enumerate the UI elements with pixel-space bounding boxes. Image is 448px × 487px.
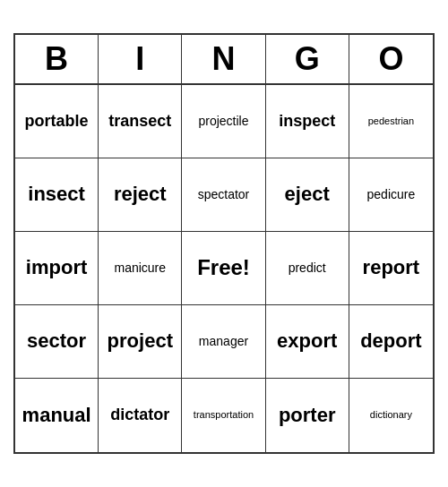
cell-text: project xyxy=(108,329,173,353)
cell-text: transect xyxy=(108,112,171,132)
cell-r0-c2[interactable]: projectile xyxy=(182,85,265,158)
cell-text: dictionary xyxy=(370,409,412,421)
cell-text: manicure xyxy=(114,261,166,276)
cell-text: insect xyxy=(28,183,85,206)
cell-text: sector xyxy=(27,329,86,353)
cell-text: manager xyxy=(199,334,248,349)
cell-text: spectator xyxy=(198,187,250,202)
cell-r2-c0[interactable]: import xyxy=(15,232,99,305)
cell-text: portable xyxy=(25,112,89,132)
cell-text: porter xyxy=(279,404,336,427)
cell-text: deport xyxy=(360,329,421,353)
cell-r4-c3[interactable]: porter xyxy=(266,379,349,452)
cell-r3-c1[interactable]: project xyxy=(99,305,182,379)
header-letter: B xyxy=(15,35,99,83)
cell-r0-c0[interactable]: portable xyxy=(15,85,99,158)
cell-r3-c4[interactable]: deport xyxy=(349,305,433,379)
cell-r4-c4[interactable]: dictionary xyxy=(349,379,433,452)
cell-r1-c1[interactable]: reject xyxy=(99,158,182,232)
bingo-grid: portabletransectprojectileinspectpedestr… xyxy=(15,85,433,452)
cell-text: report xyxy=(363,256,420,279)
cell-text: manual xyxy=(22,404,91,427)
cell-r4-c1[interactable]: dictator xyxy=(99,379,182,452)
cell-text: pedicure xyxy=(367,187,416,202)
cell-r3-c2[interactable]: manager xyxy=(182,305,265,379)
header-letter: O xyxy=(349,35,433,83)
cell-r0-c1[interactable]: transect xyxy=(99,85,182,158)
cell-text: eject xyxy=(285,183,330,206)
cell-text: pedestrian xyxy=(368,115,414,127)
cell-text: Free! xyxy=(197,255,250,281)
cell-text: projectile xyxy=(198,114,248,129)
cell-r0-c3[interactable]: inspect xyxy=(266,85,349,158)
cell-r0-c4[interactable]: pedestrian xyxy=(349,85,433,158)
cell-r2-c3[interactable]: predict xyxy=(266,232,349,305)
cell-r1-c4[interactable]: pedicure xyxy=(349,158,433,232)
bingo-card: BINGO portabletransectprojectileinspectp… xyxy=(13,33,435,454)
cell-r1-c2[interactable]: spectator xyxy=(182,158,265,232)
cell-r2-c4[interactable]: report xyxy=(349,232,433,305)
cell-text: predict xyxy=(289,261,326,276)
cell-r4-c0[interactable]: manual xyxy=(15,379,99,452)
cell-text: reject xyxy=(114,183,167,206)
cell-r1-c3[interactable]: eject xyxy=(266,158,349,232)
cell-r1-c0[interactable]: insect xyxy=(15,158,99,232)
cell-text: dictator xyxy=(110,406,169,425)
cell-text: import xyxy=(26,256,87,279)
cell-text: inspect xyxy=(279,112,335,132)
bingo-header: BINGO xyxy=(15,35,433,85)
cell-r2-c1[interactable]: manicure xyxy=(99,232,182,305)
cell-r3-c0[interactable]: sector xyxy=(15,305,99,379)
cell-r4-c2[interactable]: transportation xyxy=(182,379,265,452)
header-letter: G xyxy=(266,35,349,83)
cell-text: export xyxy=(277,329,337,353)
cell-r2-c2[interactable]: Free! xyxy=(182,232,265,305)
header-letter: N xyxy=(182,35,265,83)
header-letter: I xyxy=(99,35,182,83)
cell-text: transportation xyxy=(194,409,254,421)
cell-r3-c3[interactable]: export xyxy=(266,305,349,379)
